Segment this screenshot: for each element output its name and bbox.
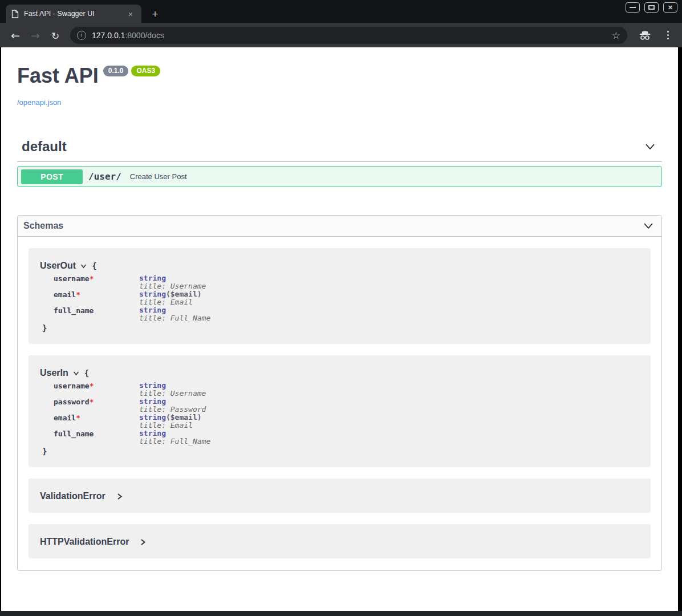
api-title: Fast API	[17, 63, 99, 88]
property-name: email*	[54, 414, 139, 429]
required-star: *	[90, 274, 94, 283]
post-method-button[interactable]: POST	[21, 169, 83, 184]
chevron-down-icon[interactable]	[642, 221, 655, 230]
schemas-header-row[interactable]: Schemas	[18, 216, 661, 237]
property-title: title: Full_Name	[139, 314, 210, 322]
chevron-right-icon	[116, 493, 123, 500]
close-brace: }	[42, 323, 639, 333]
required-star: *	[90, 382, 94, 390]
open-brace: {	[92, 261, 96, 270]
property-value: stringtitle: Username	[139, 382, 206, 398]
property-value: stringtitle: Password	[139, 398, 206, 414]
property-type-line: string	[139, 398, 206, 406]
property-row: password*stringtitle: Password	[54, 398, 639, 414]
schemas-title: Schemas	[23, 221, 63, 231]
property-name: full_name	[54, 306, 139, 322]
required-star: *	[76, 290, 80, 299]
property-value: stringtitle: Full_Name	[139, 429, 210, 445]
property-name: email*	[54, 290, 139, 306]
model-validationerror: ValidationError	[29, 479, 651, 513]
property-row: email*string($email)title: Email	[54, 414, 639, 429]
tag-name: default	[22, 139, 67, 155]
chevron-down-icon[interactable]	[644, 142, 656, 151]
property-row: username*stringtitle: Username	[54, 274, 639, 290]
browser-toolbar: 127.0.0.1:8000/docs	[0, 23, 682, 47]
oas3-badge: OAS3	[131, 66, 160, 76]
window-bottom-edge	[0, 611, 682, 616]
model-userin: UserIn{username*stringtitle: Usernamepas…	[29, 355, 651, 467]
model-toggle-userout[interactable]: UserOut{	[40, 261, 639, 271]
property-type: string	[139, 429, 166, 437]
chevron-down-icon	[72, 370, 80, 377]
window-maximize-button[interactable]	[644, 2, 659, 13]
url-text: 127.0.0.1:8000/docs	[92, 31, 164, 40]
property-type: string	[139, 413, 166, 422]
model-userout: UserOut{username*stringtitle: Usernameem…	[29, 248, 651, 344]
property-type-line: string($email)	[139, 290, 202, 298]
page-favicon-icon	[11, 10, 19, 18]
property-type: string	[139, 274, 166, 282]
site-info-icon[interactable]	[77, 31, 86, 40]
property-type: string	[139, 381, 166, 390]
property-type-line: string	[139, 382, 206, 390]
property-type: string	[139, 397, 166, 406]
property-name: username*	[54, 274, 139, 290]
schemas-section: Schemas UserOut{username*stringtitle: Us…	[17, 215, 662, 571]
tag-section-default: default POST /user/ Create User Post	[17, 139, 662, 187]
property-title: title: Password	[139, 406, 206, 414]
window-controls	[626, 2, 677, 13]
property-type-line: string	[139, 429, 210, 437]
model-toggle-userin[interactable]: UserIn{	[40, 368, 639, 378]
tab-close-icon[interactable]	[125, 9, 136, 19]
bookmark-star-icon[interactable]	[612, 30, 620, 41]
property-value: stringtitle: Full_Name	[139, 306, 210, 322]
model-properties: username*stringtitle: Usernameemail*stri…	[54, 274, 639, 322]
property-type-line: string($email)	[139, 414, 202, 422]
model-toggle-validationerror[interactable]: ValidationError	[40, 491, 639, 501]
property-row: full_namestringtitle: Full_Name	[54, 429, 639, 445]
property-title: title: Username	[139, 390, 206, 398]
property-name: password*	[54, 398, 139, 414]
model-properties: username*stringtitle: Usernamepassword*s…	[54, 382, 639, 445]
close-brace: }	[42, 447, 639, 456]
model-toggle-httpvalidationerror[interactable]: HTTPValidationError	[40, 537, 639, 547]
url-host: 127.0.0.1	[92, 31, 125, 40]
model-httpvalidationerror: HTTPValidationError	[29, 524, 651, 558]
property-title: title: Email	[139, 298, 202, 306]
property-format: ($email)	[166, 290, 202, 298]
api-info: Fast API0.1.0OAS3 /openapi.json	[17, 47, 662, 107]
op-path: /user/	[88, 171, 121, 182]
back-button[interactable]	[7, 29, 24, 42]
new-tab-button[interactable]	[148, 7, 162, 21]
op-summary: Create User Post	[130, 172, 187, 181]
property-format: ($email)	[166, 413, 202, 422]
models-list: UserOut{username*stringtitle: Usernameem…	[18, 237, 661, 570]
required-star: *	[90, 398, 94, 406]
tag-header-row[interactable]: default	[17, 139, 662, 162]
window-minimize-button[interactable]	[626, 2, 640, 13]
openapi-spec-link[interactable]: /openapi.json	[17, 98, 662, 107]
reload-button[interactable]	[47, 29, 64, 42]
window-close-button[interactable]	[663, 2, 677, 13]
property-value: stringtitle: Username	[139, 274, 206, 290]
browser-menu-icon[interactable]	[660, 31, 675, 39]
model-name: HTTPValidationError	[40, 537, 129, 547]
chevron-right-icon	[139, 538, 147, 546]
property-type: string	[139, 290, 166, 298]
tab-title: Fast API - Swagger UI	[24, 10, 125, 18]
property-type: string	[139, 306, 166, 314]
incognito-icon	[638, 30, 652, 40]
url-path: :8000/docs	[125, 31, 164, 40]
opblock-post-user[interactable]: POST /user/ Create User Post	[17, 166, 662, 187]
model-name: ValidationError	[40, 491, 105, 501]
forward-button[interactable]	[27, 29, 44, 42]
property-title: title: Full_Name	[139, 437, 210, 445]
address-bar[interactable]: 127.0.0.1:8000/docs	[70, 27, 627, 44]
chevron-down-icon	[80, 262, 87, 270]
property-type-line: string	[139, 306, 210, 314]
model-name: UserOut	[40, 261, 76, 271]
browser-tab[interactable]: Fast API - Swagger UI	[6, 5, 141, 23]
property-row: full_namestringtitle: Full_Name	[54, 306, 639, 322]
model-name: UserIn	[40, 368, 68, 378]
version-badge: 0.1.0	[103, 66, 129, 76]
